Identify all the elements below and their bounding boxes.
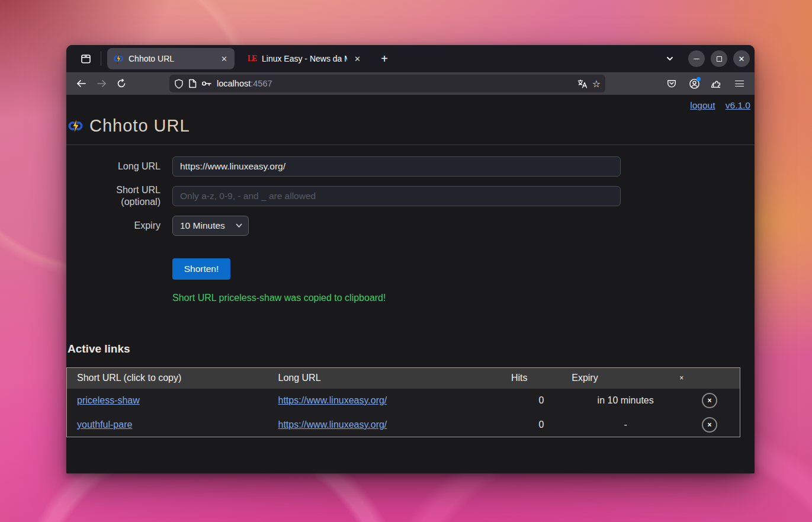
expiry-label: Expiry — [66, 220, 161, 232]
new-tab-button[interactable]: + — [375, 49, 394, 68]
column-long-url: Long URL — [278, 368, 511, 389]
chhoto-url-favicon-icon — [113, 53, 124, 64]
column-delete: × — [679, 368, 740, 389]
page-title-text: Chhoto URL — [89, 116, 190, 136]
short-url-link[interactable]: priceless-shaw — [77, 395, 140, 405]
short-url-label-line1: Short URL — [116, 185, 161, 195]
column-expiry: Expiry — [572, 368, 679, 389]
expiry-row: Expiry 10 Minutes — [66, 216, 755, 236]
minimize-icon — [694, 59, 699, 59]
long-url-label: Long URL — [66, 161, 161, 172]
maximize-button[interactable] — [711, 50, 727, 67]
expiry-value: - — [572, 413, 679, 437]
table-row: youthful-pare https://www.linuxeasy.org/… — [67, 413, 740, 437]
long-url-input[interactable] — [172, 156, 621, 177]
short-url-label: Short URL (optional) — [66, 184, 161, 208]
tab-separator — [101, 52, 101, 66]
close-icon: × — [708, 421, 712, 428]
short-url-input[interactable] — [172, 186, 621, 206]
header-links: logout v6.1.0 — [66, 95, 755, 111]
active-links-table: Short URL (click to copy) Long URL Hits … — [66, 367, 740, 437]
tab-title: Chhoto URL — [129, 54, 214, 63]
close-window-button[interactable]: ✕ — [733, 50, 750, 67]
column-short-url: Short URL (click to copy) — [67, 368, 278, 389]
back-button[interactable] — [72, 75, 90, 92]
hamburger-lines — [735, 81, 744, 87]
delete-link-button[interactable]: × — [702, 417, 717, 433]
tab-chhoto-url[interactable]: Chhoto URL ✕ — [107, 48, 235, 69]
shorten-form: Long URL Short URL (optional) Expiry 10 … — [66, 156, 755, 303]
maximize-icon — [717, 56, 722, 62]
logout-link[interactable]: logout — [690, 100, 715, 110]
expiry-value: in 10 minutes — [572, 389, 679, 413]
page-info-icon[interactable] — [188, 79, 197, 88]
list-all-tabs-chevron-down-icon[interactable] — [660, 49, 680, 68]
desktop: { "browser": { "tabs": [ { "title": "Chh… — [0, 0, 812, 522]
long-url-row: Long URL — [66, 156, 755, 177]
version-link[interactable]: v6.1.0 — [726, 100, 750, 110]
chevron-down-icon — [236, 223, 242, 228]
tab-bar: Chhoto URL ✕ LE Linux Easy - News da Mon… — [66, 45, 755, 72]
reload-button[interactable] — [113, 75, 130, 92]
long-url-link[interactable]: https://www.linuxeasy.org/ — [278, 395, 387, 405]
hits-value: 0 — [511, 389, 572, 413]
extensions-puzzle-icon[interactable] — [707, 75, 726, 92]
forward-button[interactable] — [92, 75, 110, 92]
expiry-selected-value: 10 Minutes — [180, 220, 231, 231]
short-url-link[interactable]: youthful-pare — [77, 419, 132, 430]
minimize-button[interactable] — [688, 50, 705, 67]
short-url-label-line2: (optional) — [121, 197, 161, 207]
close-icon: × — [708, 397, 712, 404]
tab-close-icon[interactable]: ✕ — [219, 53, 230, 65]
url-hostname: localhost — [217, 79, 251, 88]
header-divider — [66, 145, 755, 145]
shield-icon[interactable] — [174, 79, 184, 89]
menu-hamburger-icon[interactable] — [730, 75, 749, 92]
close-icon: ✕ — [739, 55, 745, 63]
account-icon[interactable] — [685, 75, 704, 92]
active-links-heading: Active links — [68, 342, 755, 356]
page-title: Chhoto URL — [68, 116, 755, 136]
toolbar-right-icons — [662, 75, 749, 92]
browser-window: Chhoto URL ✕ LE Linux Easy - News da Mon… — [66, 45, 755, 473]
tab-close-icon[interactable]: ✕ — [352, 53, 363, 65]
url-bar[interactable]: localhost:4567 ☆ — [169, 75, 605, 92]
expiry-select[interactable]: 10 Minutes — [172, 216, 249, 236]
notification-dot — [697, 77, 701, 81]
table-row: priceless-shaw https://www.linuxeasy.org… — [67, 389, 740, 413]
bookmark-star-icon[interactable]: ☆ — [592, 78, 601, 89]
delete-link-button[interactable]: × — [702, 393, 717, 408]
chhoto-url-logo-icon — [68, 118, 84, 134]
table-header: Short URL (click to copy) Long URL Hits … — [67, 368, 740, 389]
firefox-view-icon[interactable] — [76, 49, 96, 68]
translate-icon[interactable] — [577, 79, 588, 88]
tab-title: Linux Easy - News da Mon — [262, 54, 347, 63]
window-controls: ✕ — [688, 50, 750, 67]
long-url-link[interactable]: https://www.linuxeasy.org/ — [278, 419, 387, 430]
column-hits: Hits — [511, 368, 572, 389]
status-message: Short URL priceless-shaw was copied to c… — [172, 293, 755, 303]
linux-easy-favicon-icon: LE — [246, 53, 257, 64]
pocket-icon[interactable] — [662, 75, 681, 92]
tab-linux-easy[interactable]: LE Linux Easy - News da Mon ✕ — [240, 48, 368, 69]
short-url-row: Short URL (optional) — [66, 184, 755, 208]
hits-value: 0 — [511, 413, 572, 437]
url-host: localhost:4567 — [217, 78, 272, 89]
shorten-button[interactable]: Shorten! — [172, 258, 230, 280]
url-port: :4567 — [251, 79, 272, 88]
navigation-toolbar: localhost:4567 ☆ — [66, 72, 755, 95]
page-content: logout v6.1.0 Chhoto URL Long URL Shor — [66, 95, 755, 473]
key-icon — [201, 80, 212, 87]
